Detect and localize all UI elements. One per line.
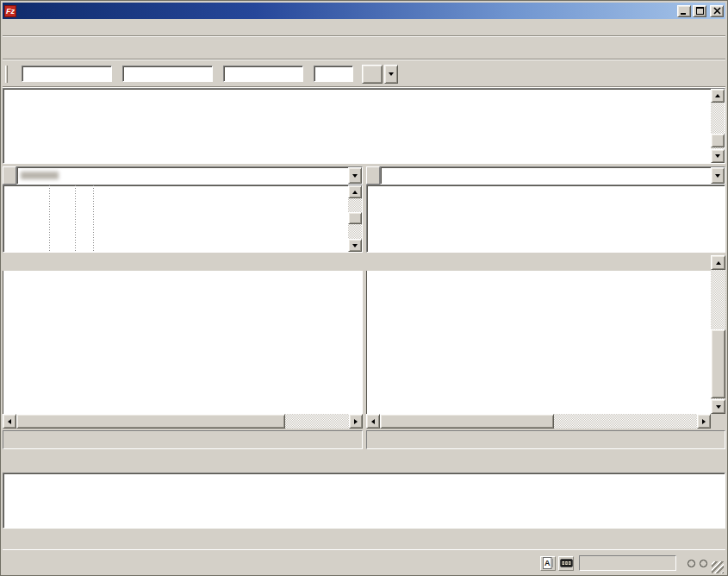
quickconnect-button[interactable] [362, 65, 383, 84]
local-site-bar [3, 166, 363, 185]
scroll-up-button[interactable] [711, 89, 725, 103]
scroll-down-button[interactable] [711, 399, 725, 414]
local-tree-scrollbar[interactable] [348, 185, 362, 252]
remote-path-value [381, 167, 711, 184]
minimize-button[interactable] [677, 5, 691, 17]
scroll-up-button[interactable] [711, 255, 725, 270]
quickconnect-dropdown-button[interactable] [384, 65, 398, 84]
remote-selection-status [366, 430, 725, 449]
scrollbar-thumb[interactable] [380, 414, 554, 429]
scrollbar-thumb[interactable] [348, 212, 362, 224]
filezilla-window: Fz [0, 0, 728, 576]
scroll-down-button[interactable] [348, 239, 362, 252]
scroll-up-button[interactable] [348, 185, 362, 198]
scroll-left-button[interactable] [3, 414, 16, 429]
password-input[interactable] [223, 66, 303, 82]
remote-directory-tree [366, 185, 725, 253]
queue-status-text [579, 555, 676, 571]
scrollbar-thumb[interactable] [711, 329, 725, 398]
remote-site-bar [366, 166, 725, 185]
remote-path-dropdown-button[interactable] [711, 167, 725, 184]
remote-site-label [366, 166, 380, 185]
local-directory-tree [3, 185, 363, 253]
local-selection-status [3, 430, 363, 449]
chevron-down-icon [389, 72, 394, 76]
quickconnect-bar [3, 60, 725, 87]
speed-limits-icon[interactable] [558, 556, 574, 571]
scroll-right-button[interactable] [349, 414, 363, 429]
local-path-dropdown-button[interactable] [348, 167, 362, 184]
remote-file-list [366, 271, 711, 414]
title-bar: Fz [3, 3, 725, 19]
scrollbar-thumb[interactable] [711, 134, 725, 147]
local-path-combobox[interactable] [16, 166, 363, 185]
port-input[interactable] [314, 66, 353, 82]
message-log [3, 88, 725, 164]
tree-guide [49, 185, 50, 253]
remote-path-combobox[interactable] [380, 166, 725, 185]
transfer-type-icon[interactable]: A [540, 556, 556, 571]
transfer-queue-body[interactable] [3, 473, 725, 529]
maximize-button[interactable] [693, 5, 706, 17]
local-file-list [3, 271, 363, 414]
redacted-username [21, 172, 59, 179]
remote-file-list-header [366, 255, 725, 271]
tree-guide [75, 185, 76, 253]
scroll-down-button[interactable] [711, 149, 725, 163]
username-input[interactable] [122, 66, 213, 82]
menu-bar [3, 19, 725, 35]
queue-led-green [688, 560, 695, 567]
filezilla-app-icon[interactable]: Fz [4, 5, 16, 17]
local-file-list-header [3, 255, 363, 271]
remote-list-hscrollbar[interactable] [366, 414, 711, 429]
remote-list-scrollbar[interactable] [711, 255, 725, 414]
status-bar: A [3, 553, 725, 573]
queue-led-red [700, 560, 707, 567]
window-resize-grip[interactable] [712, 561, 724, 573]
transfer-queue-header [3, 455, 725, 473]
scroll-right-button[interactable] [697, 414, 711, 429]
toolbar [3, 37, 725, 59]
host-input[interactable] [22, 66, 112, 82]
local-path-value [17, 167, 348, 184]
scrollbar-thumb[interactable] [16, 414, 285, 429]
toolbar-gripper[interactable] [5, 66, 8, 83]
svg-text:A: A [544, 559, 551, 567]
local-list-hscrollbar[interactable] [3, 414, 363, 429]
close-button[interactable] [710, 5, 724, 17]
tree-guide [93, 185, 94, 253]
local-site-label [3, 166, 16, 185]
scroll-left-button[interactable] [366, 414, 380, 429]
queue-tab-bar [3, 530, 725, 550]
log-scrollbar[interactable] [711, 89, 725, 163]
